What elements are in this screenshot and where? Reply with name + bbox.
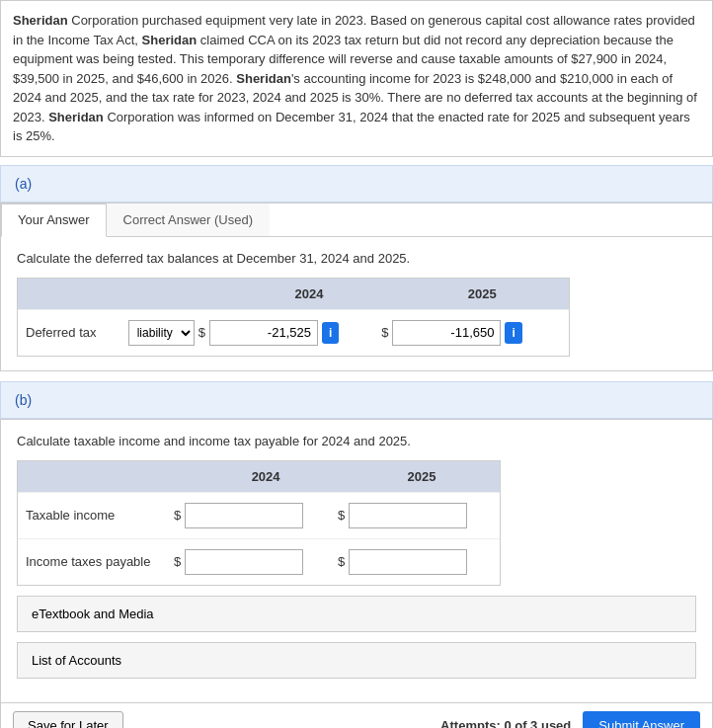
currency-symbol-2024: $ xyxy=(198,325,205,340)
etextbook-btn[interactable]: eTextbook and Media xyxy=(17,596,696,632)
taxable-income-row: Taxable income $ $ xyxy=(18,492,500,538)
info-btn-2024[interactable]: i xyxy=(322,322,339,344)
income-taxes-2024-group: $ xyxy=(164,549,328,575)
info-btn-2025[interactable]: i xyxy=(505,322,521,344)
section-a-content: Calculate the deferred tax balances at D… xyxy=(1,237,712,370)
problem-text-content: Sheridan Corporation purchased equipment… xyxy=(13,13,697,143)
section-a-label: (a) xyxy=(0,165,713,202)
header-b-empty xyxy=(18,461,188,492)
header-b-2024: 2024 xyxy=(188,461,344,492)
section-a-deferred-tax-row: Deferred tax liability asset $ i $ i xyxy=(18,309,569,356)
list-of-accounts-btn[interactable]: List of Accounts xyxy=(17,642,696,679)
section-a-instruction: Calculate the deferred tax balances at D… xyxy=(17,251,696,266)
section-b-content: Calculate taxable income and income tax … xyxy=(1,420,712,692)
taxable-income-2024-input[interactable] xyxy=(185,503,303,528)
header-2025: 2025 xyxy=(396,279,569,309)
deferred-tax-dropdown-group: liability asset $ i xyxy=(124,320,343,346)
deferred-tax-2025-input[interactable] xyxy=(392,320,501,346)
section-b-header: 2024 2025 xyxy=(18,461,500,492)
section-a-table: 2024 2025 Deferred tax liability asset $… xyxy=(17,278,570,357)
income-taxes-2025-input[interactable] xyxy=(349,549,467,575)
taxable-income-2024-group: $ xyxy=(164,503,328,528)
taxes-currency-2024: $ xyxy=(174,554,181,569)
income-taxes-row: Income taxes payable $ $ xyxy=(18,538,500,585)
taxable-income-2025-group: $ xyxy=(328,503,492,528)
section-b-label: (b) xyxy=(0,381,713,419)
attempts-label: Attempts: 0 of 3 used xyxy=(440,718,571,729)
taxable-income-2025-input[interactable] xyxy=(349,503,467,528)
submit-answer-button[interactable]: Submit Answer xyxy=(583,711,700,729)
header-2024: 2024 xyxy=(222,279,395,309)
section-b-answer-block: Calculate taxable income and income tax … xyxy=(0,419,713,729)
taxes-currency-2025: $ xyxy=(338,554,345,569)
section-a-answer-block: Your Answer Correct Answer (Used) Calcul… xyxy=(0,202,713,371)
deferred-tax-2024-input[interactable] xyxy=(209,320,318,346)
section-a-table-header: 2024 2025 xyxy=(18,279,569,309)
save-for-later-button[interactable]: Save for Later xyxy=(13,711,123,729)
tab-correct-answer[interactable]: Correct Answer (Used) xyxy=(107,203,270,236)
deferred-tax-type-select[interactable]: liability asset xyxy=(128,320,195,346)
income-taxes-2024-input[interactable] xyxy=(185,549,303,575)
deferred-tax-label: Deferred tax xyxy=(26,325,124,340)
problem-text: Sheridan Corporation purchased equipment… xyxy=(0,0,713,157)
taxable-currency-2025: $ xyxy=(338,508,345,523)
section-b-table: 2024 2025 Taxable income $ $ Income taxe… xyxy=(17,460,501,586)
taxable-income-label: Taxable income xyxy=(26,508,164,523)
tab-your-answer[interactable]: Your Answer xyxy=(1,203,107,237)
taxable-currency-2024: $ xyxy=(174,508,181,523)
header-empty xyxy=(18,279,222,309)
currency-symbol-2025: $ xyxy=(381,325,388,340)
section-b-instruction: Calculate taxable income and income tax … xyxy=(17,434,696,448)
income-taxes-2025-group: $ xyxy=(328,549,492,575)
header-b-2025: 2025 xyxy=(344,461,500,492)
income-taxes-label: Income taxes payable xyxy=(26,554,164,569)
footer-bar: Save for Later Attempts: 0 of 3 used Sub… xyxy=(1,702,712,729)
section-a-tabs: Your Answer Correct Answer (Used) xyxy=(1,203,712,237)
deferred-tax-2025-group: $ i xyxy=(343,320,561,346)
